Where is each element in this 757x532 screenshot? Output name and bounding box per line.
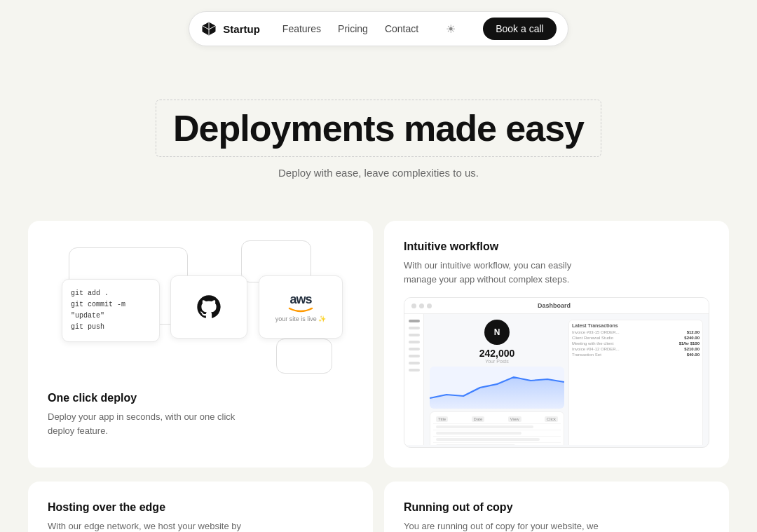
code-line-1: git add . [71, 288, 109, 299]
dash-window-controls [411, 303, 432, 308]
mini-table-cell-4: Click [545, 416, 558, 422]
features-grid: git add . git commit -m "update" git pus… [0, 200, 757, 482]
dash-chart-svg [430, 367, 564, 409]
github-box [170, 275, 247, 339]
nav-link-contact[interactable]: Contact [385, 23, 418, 34]
txn-row-3: Meeting with the client $1/hr $100 [572, 341, 700, 346]
dash-sidebar-item-8 [409, 369, 420, 371]
txn-amount-4: $210.00 [684, 347, 700, 351]
dash-stat-label: Your Posts [430, 359, 564, 364]
code-box: git add . git commit -m "update" git pus… [62, 279, 160, 342]
github-icon [195, 293, 223, 321]
dash-dot-yellow [419, 303, 424, 308]
txn-row-5: Transaction Set $40.00 [572, 353, 700, 357]
workflow-card: Intuitive workflow With our intuitive wo… [384, 221, 729, 468]
brand-name: Startup [223, 23, 260, 35]
hero-title: Deployments made easy [173, 107, 584, 149]
dash-body: N 242,000 Your Posts [404, 314, 709, 445]
copy-title: Running out of copy [404, 501, 709, 514]
txn-row-4: Invoice #04-12 ORDER... $210.00 [572, 347, 700, 351]
hosting-desc: With our edge network, we host your webs… [48, 519, 244, 532]
dash-sidebar [404, 314, 424, 445]
mini-table-cell-3: View [508, 416, 521, 422]
dash-title: Dashboard [538, 302, 571, 309]
bottom-features-grid: Hosting over the edge With our edge netw… [0, 482, 757, 532]
workflow-title: Intuitive workflow [404, 240, 709, 253]
dash-avatar-section: N [430, 320, 564, 345]
mini-table-data-row-4 [436, 444, 515, 445]
deploy-desc: Deploy your app in seconds, with our one… [48, 410, 244, 437]
copy-card: Running out of copy You are running out … [384, 482, 729, 532]
dash-header: Dashboard [404, 298, 709, 314]
deploy-visuals: git add . git commit -m "update" git pus… [48, 240, 353, 381]
nav-link-pricing[interactable]: Pricing [338, 23, 368, 34]
mini-table-data-row-2 [436, 432, 521, 435]
mini-table-cell-1: Title [436, 416, 448, 422]
dash-sidebar-item-1 [409, 320, 420, 322]
deco-rect-3 [276, 339, 332, 374]
mini-table-row: Title Date View Click [433, 415, 561, 424]
theme-toggle-icon[interactable]: ☀ [441, 19, 461, 39]
nav-brand[interactable]: Startup [200, 20, 260, 37]
dash-avatar: N [484, 320, 510, 345]
copy-desc: You are running out of copy for your web… [404, 519, 600, 532]
dash-dot-green [427, 303, 432, 308]
workflow-dashboard-preview: Dashboard [404, 297, 709, 448]
brand-icon [200, 20, 217, 37]
sun-icon: ☀ [446, 22, 456, 36]
deploy-title: One click deploy [48, 392, 353, 404]
mini-table-row-2 [433, 424, 561, 430]
workflow-desc: With our intuitive workflow, you can eas… [404, 259, 600, 286]
dash-main-content: N 242,000 Your Posts [424, 314, 709, 445]
mini-table-data-row-3 [436, 438, 540, 441]
txn-label-3: Meeting with the client [572, 341, 621, 346]
nav-links: Features Pricing Contact [282, 23, 418, 34]
dash-sidebar-item-3 [409, 334, 420, 336]
mini-table-row-3 [433, 430, 561, 437]
dash-sidebar-item-6 [409, 355, 420, 357]
aws-box: aws your site is live ✨ [259, 275, 343, 339]
hosting-card: Hosting over the edge With our edge netw… [28, 482, 373, 532]
code-line-3: git push [71, 322, 104, 333]
aws-smile-icon [288, 307, 313, 313]
navigation: Startup Features Pricing Contact ☀ Book … [0, 0, 757, 57]
hosting-title: Hosting over the edge [48, 501, 353, 514]
txn-row-2: Client Renewal Studio $240.00 [572, 336, 700, 340]
code-line-2: git commit -m "update" [71, 299, 151, 322]
dash-stat-container: 242,000 Your Posts [430, 348, 564, 364]
deploy-card: git add . git commit -m "update" git pus… [28, 221, 373, 468]
aws-live-label: your site is live ✨ [275, 315, 327, 322]
transactions-panel: Latest Transactions Invoice #03-15 ORDER… [568, 320, 703, 445]
dash-sidebar-item-5 [409, 348, 420, 350]
mini-table: Title Date View Click [430, 411, 564, 445]
mini-table-data-row [436, 425, 533, 428]
aws-text: aws [289, 292, 311, 307]
txn-amount-3: $1/hr $100 [679, 341, 700, 346]
txn-amount-1: $12.00 [687, 330, 700, 334]
nav-bar: Startup Features Pricing Contact ☀ Book … [189, 11, 568, 46]
txn-label-1: Invoice #03-15 ORDER... [572, 330, 621, 334]
dash-chart [430, 367, 564, 409]
mini-table-row-4 [433, 437, 561, 443]
dash-stats-section: N 242,000 Your Posts [430, 320, 564, 445]
mini-table-cell-2: Date [472, 416, 485, 422]
dash-sidebar-item-2 [409, 327, 420, 329]
txn-row-1: Invoice #03-15 ORDER... $12.00 [572, 330, 700, 334]
txn-amount-2: $240.00 [684, 336, 700, 340]
dash-sidebar-item-7 [409, 362, 420, 364]
dash-dot-red [411, 303, 416, 308]
mini-table-row-5 [433, 443, 561, 445]
nav-link-features[interactable]: Features [282, 23, 321, 34]
txn-label-2: Client Renewal Studio [572, 336, 621, 340]
hero-subtitle: Deploy with ease, leave complexities to … [14, 167, 743, 179]
transactions-title: Latest Transactions [572, 323, 700, 328]
txn-label-4: Invoice #04-12 ORDER... [572, 347, 621, 351]
book-call-button[interactable]: Book a call [483, 18, 556, 40]
hero-section: Deployments made easy Deploy with ease, … [0, 57, 757, 200]
hero-title-wrapper: Deployments made easy [156, 100, 601, 157]
txn-amount-5: $40.00 [687, 353, 700, 357]
dash-sidebar-item-4 [409, 341, 420, 343]
txn-label-5: Transaction Set [572, 353, 621, 357]
dash-stat-value: 242,000 [430, 348, 564, 359]
